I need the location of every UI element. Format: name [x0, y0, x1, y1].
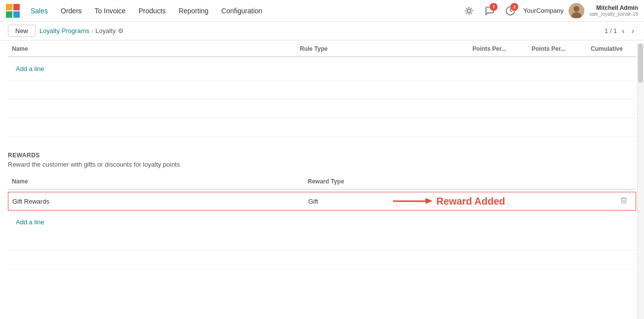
- rewards-add-line[interactable]: Add a line: [12, 214, 48, 230]
- nav-products[interactable]: Products: [133, 4, 172, 18]
- breadcrumb-current: Loyalty ⚙: [96, 27, 124, 35]
- rewards-add-line-row: Add a line: [8, 213, 636, 232]
- pagination-prev[interactable]: ‹: [620, 26, 626, 36]
- topnav-right: 7 2 YourCompany Mitchell Admin sale_loya…: [461, 3, 638, 19]
- col-rule-type: Rule Type: [296, 45, 468, 52]
- main-content: Name Rule Type Points Per... Points Per.…: [0, 40, 644, 316]
- svg-rect-2: [6, 11, 12, 18]
- avatar[interactable]: [569, 3, 584, 19]
- nav-orders[interactable]: Orders: [55, 4, 88, 18]
- rules-empty-row-3: [8, 118, 636, 137]
- rules-add-line-col: Add a line: [8, 61, 296, 76]
- messages-icon-btn[interactable]: 7: [482, 3, 498, 19]
- rewards-col-actions: [616, 178, 636, 185]
- breadcrumb-parent[interactable]: Loyalty Programs: [39, 27, 89, 35]
- col-points-per-1: Points Per...: [468, 45, 528, 52]
- breadcrumb-separator: ›: [91, 27, 93, 35]
- rules-empty-row-1: [8, 81, 636, 100]
- breadcrumb-bar: New Loyalty Programs › Loyalty ⚙ 1 / 1 ‹…: [0, 22, 644, 40]
- pagination-text: 1 / 1: [605, 27, 617, 35]
- reward-delete-icon[interactable]: [620, 197, 628, 206]
- bug-icon-btn[interactable]: [461, 3, 477, 19]
- reward-type-cell: Gift: [304, 195, 616, 208]
- col-points-per-2: Points Per...: [528, 45, 587, 52]
- svg-point-4: [467, 9, 471, 12]
- nav-sales[interactable]: Sales: [25, 4, 54, 18]
- col-cumulative: Cumulative: [587, 45, 636, 52]
- top-navigation: Sales Orders To Invoice Products Reporti…: [0, 0, 644, 22]
- rules-table-header: Name Rule Type Points Per... Points Per.…: [8, 40, 636, 57]
- col-name: Name: [8, 45, 296, 52]
- svg-point-6: [573, 6, 579, 12]
- reward-row-gift: Gift Rewards Gift Reward Added: [8, 192, 636, 211]
- svg-point-7: [572, 12, 581, 18]
- nav-reporting[interactable]: Reporting: [173, 4, 215, 18]
- app-logo[interactable]: [6, 4, 20, 18]
- rules-empty-row-2: [8, 100, 636, 118]
- user-name: Mitchell Admin: [596, 4, 638, 11]
- nav-configuration[interactable]: Configuration: [215, 4, 268, 18]
- rules-add-line-row: Add a line: [8, 57, 636, 81]
- nav-to-invoice[interactable]: To Invoice: [89, 4, 132, 18]
- svg-rect-1: [13, 4, 20, 10]
- breadcrumb-current-text: Loyalty: [96, 27, 116, 35]
- scrollbar-track[interactable]: [637, 43, 644, 316]
- new-button[interactable]: New: [8, 25, 36, 37]
- pagination: 1 / 1 ‹ ›: [605, 26, 636, 36]
- rewards-col-name: Name: [8, 178, 304, 185]
- nav-links: Sales Orders To Invoice Products Reporti…: [25, 4, 461, 18]
- rules-add-line[interactable]: Add a line: [12, 61, 48, 76]
- company-name[interactable]: YourCompany: [523, 7, 564, 14]
- breadcrumb-links: Loyalty Programs › Loyalty ⚙: [39, 27, 124, 35]
- rewards-table-header: Name Reward Type: [8, 174, 636, 190]
- svg-rect-3: [13, 11, 20, 18]
- breadcrumb-left: New Loyalty Programs › Loyalty ⚙: [8, 25, 124, 37]
- settings-gear-icon[interactable]: ⚙: [118, 27, 124, 35]
- rewards-empty-row-1: [8, 232, 636, 250]
- rewards-col-type: Reward Type: [304, 178, 616, 185]
- rewards-section: REWARDS Reward the customer with gifts o…: [8, 152, 636, 269]
- user-info: Mitchell Admin sale_loyalty_kanak-18: [589, 4, 638, 17]
- rewards-empty-row-2: [8, 250, 636, 269]
- scrollbar-thumb[interactable]: [638, 43, 643, 83]
- pagination-next[interactable]: ›: [630, 26, 636, 36]
- messages-badge: 7: [490, 3, 498, 11]
- rewards-section-title: REWARDS: [8, 152, 636, 159]
- user-sub: sale_loyalty_kanak-18: [589, 11, 638, 17]
- clock-icon-btn[interactable]: 2: [502, 3, 518, 19]
- clock-badge: 2: [510, 3, 518, 11]
- svg-rect-0: [6, 4, 12, 10]
- rules-table-section: Name Rule Type Points Per... Points Per.…: [8, 40, 636, 137]
- reward-name-cell[interactable]: Gift Rewards: [8, 195, 304, 208]
- rewards-section-desc: Reward the customer with gifts or discou…: [8, 161, 636, 168]
